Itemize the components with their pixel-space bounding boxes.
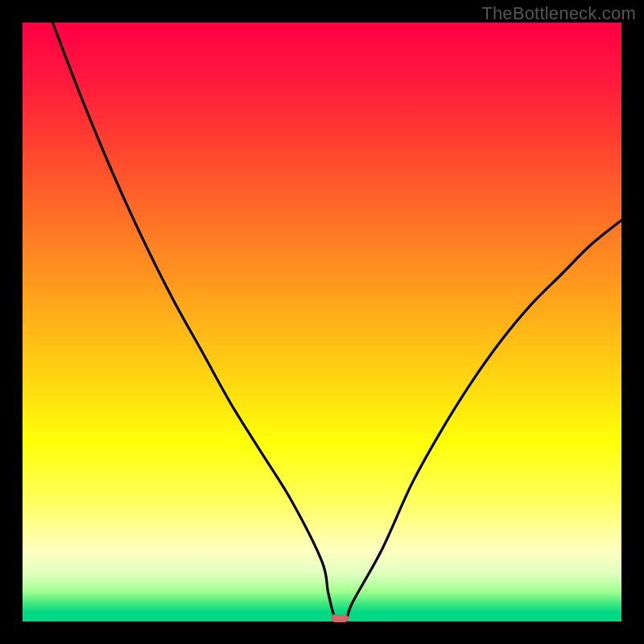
- optimum-marker: [331, 614, 349, 622]
- plot-area: [23, 23, 621, 621]
- chart-container: TheBottleneck.com: [0, 0, 644, 644]
- watermark-text: TheBottleneck.com: [481, 3, 636, 24]
- bottleneck-curve: [23, 23, 621, 621]
